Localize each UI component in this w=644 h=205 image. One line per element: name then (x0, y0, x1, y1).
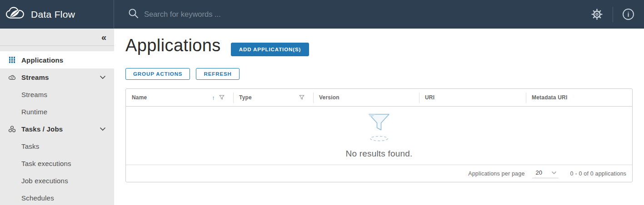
table-footer: Applications per page 20 0 - 0 of 0 appl… (126, 165, 632, 182)
sidebar-collapse-row: « (0, 29, 114, 46)
column-header-metadata-uri[interactable]: Metadata URI (526, 89, 632, 106)
per-page-select[interactable]: 20 (532, 169, 559, 178)
header-divider (613, 7, 613, 22)
main-content: Applications ADD APPLICATION(S) GROUP AC… (114, 29, 644, 205)
header-actions: i (591, 0, 644, 29)
grid-icon (8, 57, 16, 63)
app-header: Data Flow (0, 0, 644, 29)
sidebar-group-label: Streams (21, 73, 49, 81)
collapse-sidebar-icon[interactable]: « (101, 33, 106, 42)
column-header-version[interactable]: Version (313, 89, 419, 106)
sidebar-item-runtime[interactable]: Runtime (0, 103, 114, 120)
group-actions-button[interactable]: GROUP ACTIONS (125, 68, 190, 80)
title-row: Applications ADD APPLICATION(S) (125, 35, 633, 56)
column-header-type[interactable]: Type (233, 89, 313, 106)
sidebar-item-streams[interactable]: Streams (0, 86, 114, 103)
filter-icon[interactable] (219, 95, 225, 100)
chevron-down-icon (100, 75, 106, 79)
gear-icon[interactable] (591, 8, 603, 20)
per-page-label: Applications per page (468, 171, 524, 177)
column-header-name[interactable]: Name ↑ (126, 89, 233, 106)
streams-icon (8, 74, 16, 81)
table-header-row: Name ↑ Type Version URI Metadata URI (126, 89, 632, 107)
sidebar-item-task-executions[interactable]: Task executions (0, 155, 114, 172)
spring-cloud-logo-icon (5, 7, 25, 22)
sidebar-item-applications[interactable]: Applications (0, 51, 114, 68)
sidebar-nav: Applications Streams Streams Runtime (0, 46, 114, 205)
sidebar-item-tasks[interactable]: Tasks (0, 137, 114, 155)
brand[interactable]: Data Flow (0, 0, 114, 29)
pagination-range: 0 - 0 of 0 applications (570, 171, 626, 177)
info-icon[interactable]: i (623, 9, 634, 20)
sidebar-item-job-executions[interactable]: Job executions (0, 172, 114, 189)
empty-state: No results found. (126, 107, 632, 165)
add-applications-button[interactable]: ADD APPLICATION(S) (231, 43, 310, 56)
sidebar-item-schedules[interactable]: Schedules (0, 189, 114, 205)
sidebar-group-streams[interactable]: Streams (0, 68, 114, 86)
column-header-uri[interactable]: URI (419, 89, 526, 106)
searchbar (114, 0, 591, 29)
search-icon (128, 8, 139, 20)
sidebar: « Applications Streams Streams (0, 29, 114, 205)
sort-ascending-icon[interactable]: ↑ (212, 95, 215, 101)
app-title: Data Flow (31, 9, 75, 20)
tasks-jobs-icon (8, 126, 16, 132)
empty-funnel-icon (367, 113, 391, 144)
refresh-button[interactable]: REFRESH (196, 68, 239, 80)
sidebar-group-tasks-jobs[interactable]: Tasks / Jobs (0, 120, 114, 137)
actions-row: GROUP ACTIONS REFRESH (125, 68, 633, 80)
page-title: Applications (125, 36, 221, 55)
chevron-down-icon (100, 127, 106, 131)
sidebar-group-label: Tasks / Jobs (21, 125, 63, 133)
chevron-down-icon (551, 169, 557, 176)
sidebar-item-label: Applications (21, 56, 63, 64)
applications-table: Name ↑ Type Version URI Metadata URI (125, 88, 633, 182)
filter-icon[interactable] (299, 95, 305, 100)
search-input[interactable] (144, 10, 399, 19)
per-page-value: 20 (536, 169, 542, 176)
empty-message: No results found. (345, 149, 412, 159)
